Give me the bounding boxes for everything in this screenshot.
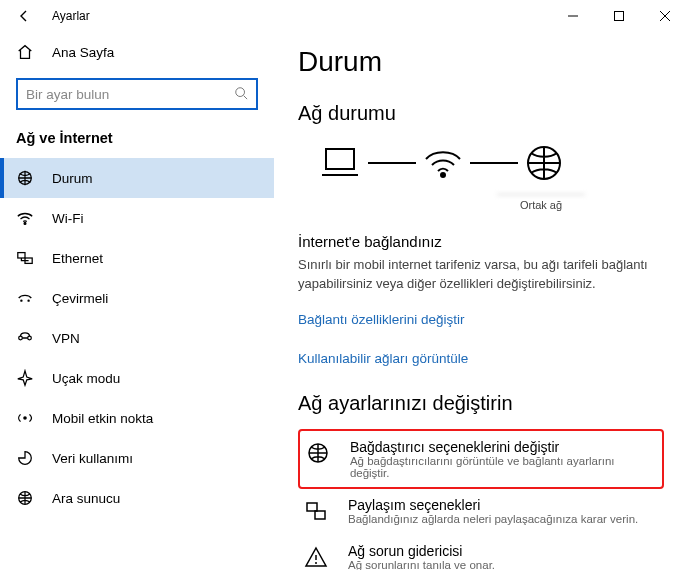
airplane-icon bbox=[16, 369, 36, 387]
window-title: Ayarlar bbox=[52, 9, 90, 23]
svg-point-3 bbox=[24, 223, 26, 225]
proxy-icon bbox=[16, 489, 36, 507]
nav-home-label: Ana Sayfa bbox=[52, 45, 114, 60]
svg-point-18 bbox=[315, 562, 317, 564]
vpn-icon bbox=[16, 329, 36, 347]
option-adapter[interactable]: Bağdaştırıcı seçeneklerini değiştir Ağ b… bbox=[298, 429, 664, 489]
link-available-networks[interactable]: Kullanılabilir ağları görüntüle bbox=[298, 351, 664, 366]
sidebar-item-status[interactable]: Durum bbox=[0, 158, 274, 198]
search-icon bbox=[234, 86, 248, 103]
svg-point-7 bbox=[27, 300, 29, 302]
svg-point-13 bbox=[441, 173, 445, 177]
svg-point-8 bbox=[19, 336, 23, 340]
page-title: Durum bbox=[298, 46, 664, 78]
sharing-icon bbox=[304, 499, 332, 527]
option-desc: Ağ bağdaştırıcılarını görüntüle ve bağla… bbox=[350, 455, 656, 479]
laptop-icon bbox=[318, 145, 362, 181]
connector-line bbox=[368, 162, 416, 164]
sidebar-item-ethernet[interactable]: Ethernet bbox=[0, 238, 274, 278]
svg-rect-12 bbox=[326, 149, 354, 169]
sidebar-item-label: VPN bbox=[52, 331, 80, 346]
option-sharing[interactable]: Paylaşım seçenekleri Bağlandığınız ağlar… bbox=[298, 489, 664, 535]
dialup-icon bbox=[16, 289, 36, 307]
sidebar-item-label: Çevirmeli bbox=[52, 291, 108, 306]
svg-rect-17 bbox=[315, 511, 325, 519]
globe-icon bbox=[306, 441, 334, 469]
option-desc: Ağ sorunlarını tanıla ve onar. bbox=[348, 559, 495, 570]
nav-home[interactable]: Ana Sayfa bbox=[0, 32, 274, 72]
connector-line bbox=[470, 162, 518, 164]
close-button[interactable] bbox=[642, 0, 688, 32]
sidebar-item-dialup[interactable]: Çevirmeli bbox=[0, 278, 274, 318]
back-button[interactable] bbox=[8, 0, 40, 32]
wifi-icon bbox=[16, 209, 36, 227]
status-heading: Ağ durumu bbox=[298, 102, 664, 125]
svg-rect-16 bbox=[307, 503, 317, 511]
sidebar-section-head: Ağ ve İnternet bbox=[0, 124, 274, 158]
sidebar-item-label: Mobil etkin nokta bbox=[52, 411, 153, 426]
globe-large-icon bbox=[524, 143, 564, 183]
svg-rect-4 bbox=[18, 253, 25, 258]
main-content: Durum Ağ durumu ———————— Ortak ağ İntern… bbox=[274, 32, 688, 570]
network-type-label: Ortak ağ bbox=[418, 199, 664, 211]
warning-icon bbox=[304, 545, 332, 570]
option-title: Ağ sorun gidericisi bbox=[348, 543, 495, 559]
sidebar-item-label: Wi-Fi bbox=[52, 211, 83, 226]
svg-point-1 bbox=[236, 87, 245, 96]
sidebar-item-proxy[interactable]: Ara sunucu bbox=[0, 478, 274, 518]
svg-point-10 bbox=[23, 416, 27, 420]
sidebar: Ana Sayfa Bir ayar bulun Ağ ve İnternet … bbox=[0, 32, 274, 570]
wifi-large-icon bbox=[422, 145, 464, 181]
sidebar-item-wifi[interactable]: Wi-Fi bbox=[0, 198, 274, 238]
sidebar-item-label: Uçak modu bbox=[52, 371, 120, 386]
network-name-blurred: ———————— bbox=[418, 187, 664, 199]
connected-heading: İnternet'e bağlandınız bbox=[298, 233, 664, 250]
option-title: Bağdaştırıcı seçeneklerini değiştir bbox=[350, 439, 656, 455]
maximize-button[interactable] bbox=[596, 0, 642, 32]
sidebar-item-hotspot[interactable]: Mobil etkin nokta bbox=[0, 398, 274, 438]
ethernet-icon bbox=[16, 249, 36, 267]
link-connection-properties[interactable]: Bağlantı özelliklerini değiştir bbox=[298, 312, 664, 327]
search-input[interactable]: Bir ayar bulun bbox=[16, 78, 258, 110]
sidebar-item-datausage[interactable]: Veri kullanımı bbox=[0, 438, 274, 478]
sidebar-item-label: Ara sunucu bbox=[52, 491, 120, 506]
datausage-icon bbox=[16, 449, 36, 467]
minimize-button[interactable] bbox=[550, 0, 596, 32]
sidebar-item-vpn[interactable]: VPN bbox=[0, 318, 274, 358]
option-troubleshoot[interactable]: Ağ sorun gidericisi Ağ sorunlarını tanıl… bbox=[298, 535, 664, 570]
sidebar-item-airplane[interactable]: Uçak modu bbox=[0, 358, 274, 398]
sidebar-item-label: Durum bbox=[52, 171, 93, 186]
status-icon bbox=[16, 169, 36, 187]
option-desc: Bağlandığınız ağlarda neleri paylaşacağı… bbox=[348, 513, 638, 525]
svg-rect-0 bbox=[615, 12, 624, 21]
svg-point-6 bbox=[20, 300, 22, 302]
connected-description: Sınırlı bir mobil internet tarifeniz var… bbox=[298, 256, 664, 294]
option-title: Paylaşım seçenekleri bbox=[348, 497, 638, 513]
svg-point-9 bbox=[28, 336, 32, 340]
change-settings-heading: Ağ ayarlarınızı değiştirin bbox=[298, 392, 664, 415]
hotspot-icon bbox=[16, 409, 36, 427]
home-icon bbox=[16, 43, 36, 61]
sidebar-item-label: Ethernet bbox=[52, 251, 103, 266]
network-diagram bbox=[318, 143, 664, 183]
sidebar-item-label: Veri kullanımı bbox=[52, 451, 133, 466]
search-placeholder: Bir ayar bulun bbox=[26, 87, 234, 102]
